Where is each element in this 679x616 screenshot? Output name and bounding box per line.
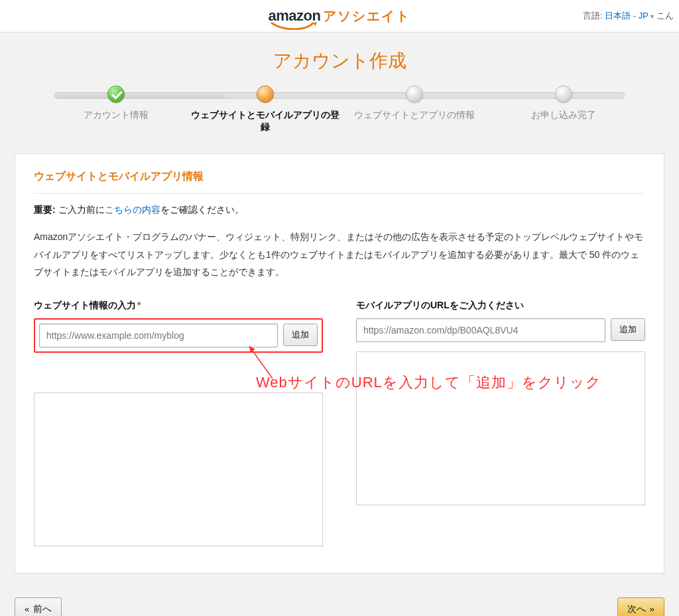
chevron-left-icon: « bbox=[25, 604, 29, 614]
step-account-info: アカウント情報 bbox=[41, 86, 190, 133]
notice-link[interactable]: こちらの内容 bbox=[105, 204, 160, 215]
app-label: モバイルアプリのURLをご入力ください bbox=[356, 300, 645, 312]
section-description: Amazonアソシエイト・プログラムのバナー、ウィジェット、特別リンク、またはそ… bbox=[34, 228, 645, 281]
step-website-register: ウェブサイトとモバイルアプリの登録 bbox=[190, 86, 340, 133]
step-current-icon bbox=[257, 86, 274, 103]
prev-button[interactable]: « 前へ bbox=[15, 597, 62, 616]
app-column: モバイルアプリのURLをご入力ください 追加 bbox=[356, 300, 645, 546]
step-done-icon bbox=[107, 86, 125, 103]
progress-stepper: アカウント情報 ウェブサイトとモバイルアプリの登録 ウェブサイトとアプリの情報 … bbox=[41, 86, 638, 133]
important-notice: 重要: ご入力前にこちらの内容をご確認ください。 bbox=[34, 204, 645, 216]
form-card: ウェブサイトとモバイルアプリ情報 重要: ご入力前にこちらの内容をご確認ください… bbox=[15, 153, 664, 574]
step-pending-icon bbox=[555, 86, 572, 103]
app-listbox[interactable] bbox=[356, 351, 645, 505]
section-heading: ウェブサイトとモバイルアプリ情報 bbox=[34, 170, 645, 184]
app-add-button[interactable]: 追加 bbox=[611, 318, 645, 341]
amazon-smile-icon bbox=[269, 22, 321, 29]
brand-amazon: amazon bbox=[269, 7, 321, 25]
language-label: 言語: bbox=[583, 11, 603, 21]
language-link: 日本語 - JP bbox=[605, 11, 648, 21]
brand-sub: アソシエイト bbox=[323, 7, 410, 25]
website-label: ウェブサイト情報の入力* bbox=[34, 300, 323, 312]
website-column: ウェブサイト情報の入力* 追加 WebサイトのURLを入力して「追加」をクリ bbox=[34, 300, 323, 546]
topbar: amazon アソシエイト 言語: 日本語 - JP ▾ こん bbox=[0, 0, 679, 32]
page-title: アカウント作成 bbox=[15, 48, 664, 74]
language-selector[interactable]: 言語: 日本語 - JP ▾ こん bbox=[583, 10, 674, 22]
svg-line-0 bbox=[249, 346, 273, 379]
app-url-input[interactable] bbox=[356, 318, 605, 342]
chevron-right-icon: » bbox=[650, 604, 654, 614]
step-pending-icon bbox=[406, 86, 423, 103]
annotation-arrow-icon bbox=[233, 342, 279, 382]
next-button[interactable]: 次へ » bbox=[617, 597, 664, 616]
website-listbox[interactable] bbox=[34, 393, 323, 546]
brand-logo[interactable]: amazon アソシエイト bbox=[269, 7, 411, 25]
divider bbox=[34, 193, 645, 194]
step-complete: お申し込み完了 bbox=[489, 86, 638, 133]
chevron-down-icon: ▾ bbox=[650, 13, 654, 20]
greeting-text: こん bbox=[656, 11, 674, 21]
step-website-info: ウェブサイトとアプリの情報 bbox=[340, 86, 489, 133]
